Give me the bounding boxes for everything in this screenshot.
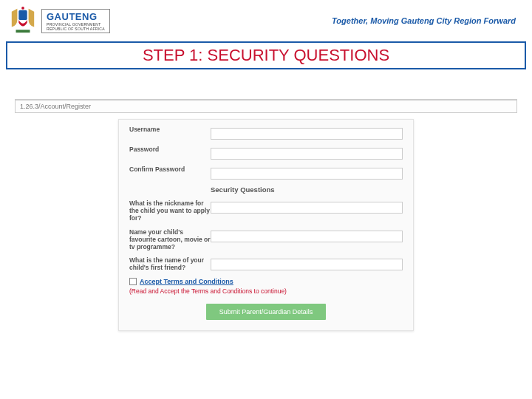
terms-checkbox[interactable] <box>129 278 137 285</box>
address-bar: 1.26.3/Account/Register <box>15 100 517 113</box>
logo-group: GAUTENG PROVINCIAL GOVERNMENT REPUBLIC O… <box>9 6 110 35</box>
question3-row: What is the name of your child's first f… <box>129 256 403 271</box>
username-label: Username <box>129 126 211 133</box>
terms-link[interactable]: Accept Terms and Conditions <box>140 278 233 285</box>
coat-of-arms-icon <box>9 6 37 35</box>
question2-row: Name your child's favourite cartoon, mov… <box>129 228 403 251</box>
username-input[interactable] <box>211 128 403 140</box>
terms-row: Accept Terms and Conditions <box>129 278 403 285</box>
question2-input[interactable] <box>211 231 403 242</box>
question3-input[interactable] <box>211 259 403 270</box>
confirm-password-row: Confirm Password <box>129 166 403 180</box>
question1-input[interactable] <box>211 202 403 214</box>
submit-button[interactable]: Submit Parent/Guardian Details <box>206 304 327 320</box>
question3-label: What is the name of your child's first f… <box>129 256 211 271</box>
org-sub2: REPUBLIC OF SOUTH AFRICA <box>47 27 105 31</box>
slide-header: GAUTENG PROVINCIAL GOVERNMENT REPUBLIC O… <box>0 0 532 38</box>
confirm-password-label: Confirm Password <box>129 166 211 173</box>
svg-point-2 <box>21 7 24 10</box>
svg-rect-1 <box>16 30 30 33</box>
confirm-password-input[interactable] <box>211 168 403 180</box>
question1-row: What is the nickname for the child you w… <box>129 200 403 222</box>
terms-hint: (Read and Accept the Terms and Condition… <box>129 287 403 295</box>
registration-form: Username Password Confirm Password Secur… <box>118 119 414 331</box>
question2-label: Name your child's favourite cartoon, mov… <box>129 228 211 251</box>
username-row: Username <box>129 126 403 140</box>
org-name-box: GAUTENG PROVINCIAL GOVERNMENT REPUBLIC O… <box>41 9 110 33</box>
step-title-bar: STEP 1: SECURITY QUESTIONS <box>6 41 526 69</box>
org-name: GAUTENG <box>47 11 105 22</box>
question1-label: What is the nickname for the child you w… <box>129 200 211 222</box>
slogan-text: Together, Moving Gauteng City Region For… <box>332 16 516 25</box>
password-label: Password <box>129 146 211 153</box>
password-row: Password <box>129 146 403 160</box>
security-questions-heading: Security Questions <box>211 185 403 194</box>
screenshot-panel: 1.26.3/Account/Register Username Passwor… <box>15 99 517 331</box>
step-title: STEP 1: SECURITY QUESTIONS <box>143 46 389 64</box>
org-sub1: PROVINCIAL GOVERNMENT <box>47 22 105 27</box>
password-input[interactable] <box>211 148 403 160</box>
svg-rect-0 <box>18 10 27 20</box>
